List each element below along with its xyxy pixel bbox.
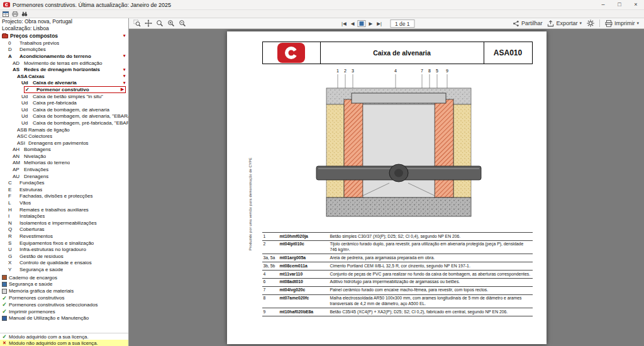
materials-table-body: 1mt10hmf020jaBetão simples C30/37 (X0(P)… <box>262 233 533 316</box>
expand-arrow-icon[interactable]: ▼ <box>123 67 126 73</box>
next-page-button[interactable]: ▶ <box>367 21 374 26</box>
toolbar-separator <box>599 20 600 27</box>
export-icon <box>547 20 554 27</box>
tree-item-code: ASA <box>17 74 28 79</box>
expand-arrow-icon[interactable]: ▼ <box>123 80 126 86</box>
chevron-down-icon: ▾ <box>579 21 582 26</box>
tree-item-code: AM <box>13 160 24 165</box>
zoom-in-icon[interactable] <box>166 19 176 28</box>
tree-item[interactable]: DDemolições <box>0 47 128 53</box>
tree-item[interactable]: YSegurança e saúde <box>0 266 128 273</box>
material-code: mt08cem011a <box>279 262 329 271</box>
tree-item[interactable]: ASBRamais de ligação <box>0 126 128 133</box>
tree-item[interactable]: ✓Pormenor construtivo▶ <box>24 86 126 93</box>
tree-item[interactable]: ANNivelação <box>0 153 128 160</box>
tree-item[interactable]: AUDrenagens <box>0 173 128 180</box>
previous-page-button[interactable]: ◀ <box>350 21 356 26</box>
tree-item[interactable]: HRemates e trabalhos auxiliares <box>0 206 128 213</box>
module-item[interactable]: ✓Imprimir pormenores <box>0 308 128 315</box>
tree-item-label: Gestão de resíduos <box>19 254 64 259</box>
export-label: Exportar <box>556 20 577 26</box>
current-page-marker <box>359 21 364 26</box>
tree-item-label: Caixa de alvenaria <box>33 80 77 86</box>
callout-number: 7 <box>421 69 423 73</box>
tree-item[interactable]: UdCaixa pré-fabricada <box>0 99 128 106</box>
tree-item[interactable]: AHBombagens <box>0 147 128 153</box>
module-item[interactable]: ✓Pormenores construtivos <box>0 294 128 301</box>
material-number: 6 <box>262 278 279 286</box>
binoculars-icon[interactable] <box>21 11 28 17</box>
expand-arrow-icon[interactable]: ▶ <box>121 86 124 92</box>
tree-item[interactable]: UdCaixa de bombagem, de alvenaria, "EBAR… <box>0 113 128 120</box>
tree-item[interactable]: EEstruturas <box>0 186 128 193</box>
zoom-window-icon[interactable] <box>132 19 142 28</box>
tree-item[interactable]: QCoberturas <box>0 226 128 233</box>
tree-item-label: Colectores <box>28 133 52 139</box>
print-button[interactable]: Imprimir ▾ <box>605 20 639 27</box>
tree-item-label: Demolições <box>19 47 46 52</box>
module-item[interactable]: Memória gráfica de materiais <box>0 287 128 294</box>
maximize-button[interactable]: □ <box>611 0 628 9</box>
project-label: Projecto: Obra nova, Portugal <box>0 18 128 25</box>
last-page-button[interactable]: ▶| <box>375 21 383 26</box>
tree-item[interactable]: NIsolamentos e impermeabilizações <box>0 220 128 226</box>
module-item[interactable]: Manual de Utilização e Manutenção <box>0 315 128 322</box>
tree-item[interactable]: FFachadas, divisões e protecções <box>0 193 128 200</box>
tree-item[interactable]: ASACaixas▼ <box>0 73 128 80</box>
materials-table: 1mt10hmf020jaBetão simples C30/37 (X0(P)… <box>262 232 533 316</box>
module-item-label: Memória gráfica de materiais <box>9 288 74 294</box>
tree-item-code: Ud <box>21 100 33 106</box>
tree-item-code: A <box>8 53 19 59</box>
tree-item[interactable]: ADMovimento de terras em edificação <box>0 60 128 67</box>
tree-item[interactable]: UdCaixa de betão simples "in situ" <box>0 93 128 100</box>
tree-item[interactable]: CFundações <box>0 179 128 186</box>
tree-item-label: Entivações <box>24 167 48 172</box>
tree-item[interactable]: AMMelhorias do terreno <box>0 160 128 167</box>
export-button[interactable]: Exportar ▾ <box>547 20 582 27</box>
tree-item-label: Isolamentos e impermeabilizações <box>19 220 97 226</box>
printer-icon <box>605 20 613 27</box>
tree-item[interactable]: ASRedes de drenagem horizontais▼ <box>0 66 128 73</box>
pan-icon[interactable] <box>143 19 153 28</box>
tree-item-code: F <box>8 193 19 199</box>
tree-item[interactable]: ASIDrenagens em pavimentos <box>0 140 128 147</box>
minimize-button[interactable]: – <box>595 0 611 9</box>
tree-item-label: Segurança e saúde <box>19 267 63 272</box>
module-item[interactable]: Caderno de encargos <box>0 274 128 281</box>
tree-item[interactable]: SEquipamentos fixos e sinalização <box>0 240 128 247</box>
current-page-thumbnail[interactable] <box>357 20 365 27</box>
expand-arrow-icon[interactable]: ▼ <box>123 33 126 39</box>
module-item[interactable]: ✓Pormenores construtivos seleccionados <box>0 301 128 308</box>
tree-item[interactable]: UdCaixa de alvenaria▼ <box>0 80 128 87</box>
first-page-button[interactable]: |◀ <box>340 21 348 26</box>
tree-item[interactable]: LVãos <box>0 199 128 206</box>
close-button[interactable]: × <box>628 0 644 9</box>
zoom-fit-icon[interactable] <box>155 19 165 28</box>
tree-item[interactable]: APEntivações <box>0 166 128 173</box>
tree-item[interactable]: UdCaixa de bombagem, pré-fabricada, "EBA… <box>0 120 128 126</box>
tree-item[interactable]: XControlo de qualidade e ensaios <box>0 260 128 267</box>
tree-item[interactable]: ASCColectores <box>0 133 128 140</box>
tree-item[interactable]: 0Trabalhos prévios <box>0 40 128 47</box>
tree-item[interactable]: AAcondicionamento do terreno▼ <box>0 53 128 60</box>
tree-item-code: AS <box>13 67 24 72</box>
check-icon: ✓ <box>2 295 7 301</box>
material-code: mt01arg005a <box>279 254 329 262</box>
tree-item[interactable]: GGestão de resíduos <box>0 253 128 260</box>
share-button[interactable]: Partilhar <box>513 20 543 27</box>
grid-icon[interactable] <box>3 11 9 17</box>
module-item[interactable]: Segurança e saúde <box>0 281 128 288</box>
material-number: 1 <box>262 233 279 241</box>
tree-item[interactable]: UInfra-estruturas no logradouro <box>0 246 128 253</box>
shield-icon <box>2 282 7 287</box>
tree-root-node[interactable]: Preços compostos ▼ <box>0 32 128 40</box>
expand-arrow-icon[interactable]: ▼ <box>123 73 126 79</box>
settings-button[interactable] <box>587 20 594 27</box>
expand-arrow-icon[interactable]: ▼ <box>123 53 126 59</box>
tree-item[interactable]: UdCaixa de bombagem, de alvenaria <box>0 106 128 113</box>
tree-item[interactable]: RRevestimentos <box>0 233 128 240</box>
print-setup-icon[interactable] <box>12 11 18 17</box>
zoom-out-icon[interactable] <box>177 19 187 28</box>
preview-canvas[interactable]: Caixa de alvenaria ASA010 <box>129 29 644 346</box>
tree-item[interactable]: IInstalações <box>0 213 128 220</box>
